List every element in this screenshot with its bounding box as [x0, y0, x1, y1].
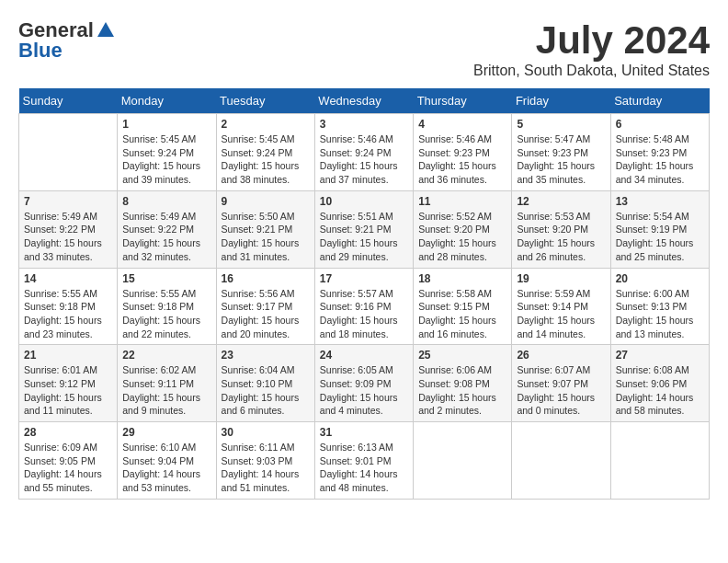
calendar-cell: 3Sunrise: 5:46 AM Sunset: 9:24 PM Daylig…: [314, 114, 413, 191]
day-info: Sunrise: 6:00 AM Sunset: 9:13 PM Dayligh…: [616, 287, 704, 341]
calendar-cell: 25Sunrise: 6:06 AM Sunset: 9:08 PM Dayli…: [414, 345, 512, 422]
day-number: 12: [517, 195, 605, 208]
calendar-day-header: Thursday: [414, 88, 512, 114]
day-info: Sunrise: 6:04 AM Sunset: 9:10 PM Dayligh…: [222, 363, 310, 418]
calendar-cell: 19Sunrise: 5:59 AM Sunset: 9:14 PM Dayli…: [512, 268, 610, 345]
day-info: Sunrise: 5:48 AM Sunset: 9:23 PM Dayligh…: [616, 132, 704, 187]
calendar: SundayMondayTuesdayWednesdayThursdayFrid…: [18, 88, 710, 500]
day-number: 3: [320, 118, 408, 131]
logo-icon: [96, 20, 116, 40]
day-info: Sunrise: 5:59 AM Sunset: 9:14 PM Dayligh…: [517, 287, 605, 341]
day-number: 8: [122, 195, 210, 208]
day-info: Sunrise: 6:10 AM Sunset: 9:04 PM Dayligh…: [122, 441, 210, 495]
calendar-cell: 4Sunrise: 5:46 AM Sunset: 9:23 PM Daylig…: [414, 114, 512, 191]
day-info: Sunrise: 5:50 AM Sunset: 9:21 PM Dayligh…: [222, 210, 310, 264]
calendar-cell: 11Sunrise: 5:52 AM Sunset: 9:20 PM Dayli…: [414, 190, 512, 268]
day-info: Sunrise: 5:52 AM Sunset: 9:20 PM Dayligh…: [418, 210, 506, 264]
day-info: Sunrise: 6:06 AM Sunset: 9:08 PM Dayligh…: [418, 363, 506, 418]
calendar-cell: 31Sunrise: 6:13 AM Sunset: 9:01 PM Dayli…: [314, 422, 413, 500]
day-number: 22: [122, 349, 210, 362]
day-info: Sunrise: 5:56 AM Sunset: 9:17 PM Dayligh…: [222, 287, 310, 341]
day-info: Sunrise: 6:13 AM Sunset: 9:01 PM Dayligh…: [320, 441, 408, 495]
calendar-cell: 8Sunrise: 5:49 AM Sunset: 9:22 PM Daylig…: [118, 190, 216, 268]
day-info: Sunrise: 5:47 AM Sunset: 9:23 PM Dayligh…: [517, 132, 605, 187]
title-section: July 2024 Britton, South Dakota, United …: [473, 18, 710, 79]
calendar-cell: 15Sunrise: 5:55 AM Sunset: 9:18 PM Dayli…: [118, 268, 216, 345]
calendar-cell: 9Sunrise: 5:50 AM Sunset: 9:21 PM Daylig…: [216, 190, 314, 268]
day-number: 13: [616, 195, 704, 208]
calendar-cell: [610, 422, 709, 500]
calendar-cell: 12Sunrise: 5:53 AM Sunset: 9:20 PM Dayli…: [512, 190, 610, 268]
day-number: 21: [24, 349, 112, 362]
page-header: General Blue July 2024 Britton, South Da…: [18, 18, 710, 79]
calendar-cell: 16Sunrise: 5:56 AM Sunset: 9:17 PM Dayli…: [216, 268, 314, 345]
day-number: 20: [616, 272, 704, 285]
day-info: Sunrise: 6:07 AM Sunset: 9:07 PM Dayligh…: [517, 363, 605, 418]
day-info: Sunrise: 6:11 AM Sunset: 9:03 PM Dayligh…: [222, 441, 310, 495]
calendar-cell: 5Sunrise: 5:47 AM Sunset: 9:23 PM Daylig…: [512, 114, 610, 191]
calendar-day-header: Saturday: [610, 88, 709, 114]
month-title: July 2024: [473, 18, 710, 63]
calendar-cell: 30Sunrise: 6:11 AM Sunset: 9:03 PM Dayli…: [216, 422, 314, 500]
day-info: Sunrise: 6:05 AM Sunset: 9:09 PM Dayligh…: [320, 363, 408, 418]
day-info: Sunrise: 5:45 AM Sunset: 9:24 PM Dayligh…: [222, 132, 310, 187]
calendar-cell: 29Sunrise: 6:10 AM Sunset: 9:04 PM Dayli…: [118, 422, 216, 500]
day-number: 5: [517, 118, 605, 131]
day-number: 14: [24, 272, 112, 285]
day-info: Sunrise: 5:58 AM Sunset: 9:15 PM Dayligh…: [418, 287, 506, 341]
calendar-day-header: Monday: [118, 88, 216, 114]
calendar-cell: 26Sunrise: 6:07 AM Sunset: 9:07 PM Dayli…: [512, 345, 610, 422]
day-info: Sunrise: 5:57 AM Sunset: 9:16 PM Dayligh…: [320, 287, 408, 341]
day-number: 2: [222, 118, 310, 131]
calendar-day-header: Friday: [512, 88, 610, 114]
calendar-cell: 20Sunrise: 6:00 AM Sunset: 9:13 PM Dayli…: [610, 268, 709, 345]
calendar-cell: 24Sunrise: 6:05 AM Sunset: 9:09 PM Dayli…: [314, 345, 413, 422]
calendar-day-header: Tuesday: [216, 88, 314, 114]
calendar-cell: [512, 422, 610, 500]
day-number: 4: [418, 118, 506, 131]
calendar-cell: 1Sunrise: 5:45 AM Sunset: 9:24 PM Daylig…: [118, 114, 216, 191]
calendar-week-row: 1Sunrise: 5:45 AM Sunset: 9:24 PM Daylig…: [19, 114, 710, 191]
day-number: 1: [122, 118, 210, 131]
day-number: 18: [418, 272, 506, 285]
calendar-cell: 28Sunrise: 6:09 AM Sunset: 9:05 PM Dayli…: [19, 422, 118, 500]
day-number: 23: [222, 349, 310, 362]
location: Britton, South Dakota, United States: [473, 63, 710, 79]
calendar-cell: 22Sunrise: 6:02 AM Sunset: 9:11 PM Dayli…: [118, 345, 216, 422]
day-number: 31: [320, 426, 408, 439]
logo-blue: Blue: [18, 39, 63, 63]
day-number: 24: [320, 349, 408, 362]
calendar-cell: 18Sunrise: 5:58 AM Sunset: 9:15 PM Dayli…: [414, 268, 512, 345]
day-info: Sunrise: 5:46 AM Sunset: 9:24 PM Dayligh…: [320, 132, 408, 187]
day-number: 27: [616, 349, 704, 362]
day-number: 28: [24, 426, 112, 439]
calendar-week-row: 21Sunrise: 6:01 AM Sunset: 9:12 PM Dayli…: [19, 345, 710, 422]
day-info: Sunrise: 5:45 AM Sunset: 9:24 PM Dayligh…: [122, 132, 210, 187]
day-info: Sunrise: 5:55 AM Sunset: 9:18 PM Dayligh…: [24, 287, 112, 341]
logo: General Blue: [18, 18, 116, 63]
calendar-cell: 14Sunrise: 5:55 AM Sunset: 9:18 PM Dayli…: [19, 268, 118, 345]
calendar-day-header: Wednesday: [314, 88, 413, 114]
day-info: Sunrise: 5:55 AM Sunset: 9:18 PM Dayligh…: [122, 287, 210, 341]
day-number: 10: [320, 195, 408, 208]
day-info: Sunrise: 6:09 AM Sunset: 9:05 PM Dayligh…: [24, 441, 112, 495]
day-number: 11: [418, 195, 506, 208]
day-number: 17: [320, 272, 408, 285]
day-number: 7: [24, 195, 112, 208]
svg-marker-0: [97, 22, 114, 37]
day-number: 15: [122, 272, 210, 285]
day-number: 26: [517, 349, 605, 362]
calendar-cell: 7Sunrise: 5:49 AM Sunset: 9:22 PM Daylig…: [19, 190, 118, 268]
calendar-cell: [414, 422, 512, 500]
calendar-cell: 23Sunrise: 6:04 AM Sunset: 9:10 PM Dayli…: [216, 345, 314, 422]
day-info: Sunrise: 5:49 AM Sunset: 9:22 PM Dayligh…: [24, 210, 112, 264]
day-info: Sunrise: 5:46 AM Sunset: 9:23 PM Dayligh…: [418, 132, 506, 187]
day-number: 16: [222, 272, 310, 285]
calendar-cell: 17Sunrise: 5:57 AM Sunset: 9:16 PM Dayli…: [314, 268, 413, 345]
day-info: Sunrise: 5:53 AM Sunset: 9:20 PM Dayligh…: [517, 210, 605, 264]
day-info: Sunrise: 5:51 AM Sunset: 9:21 PM Dayligh…: [320, 210, 408, 264]
calendar-week-row: 28Sunrise: 6:09 AM Sunset: 9:05 PM Dayli…: [19, 422, 710, 500]
day-info: Sunrise: 6:01 AM Sunset: 9:12 PM Dayligh…: [24, 363, 112, 418]
calendar-cell: 13Sunrise: 5:54 AM Sunset: 9:19 PM Dayli…: [610, 190, 709, 268]
calendar-cell: [19, 114, 118, 191]
